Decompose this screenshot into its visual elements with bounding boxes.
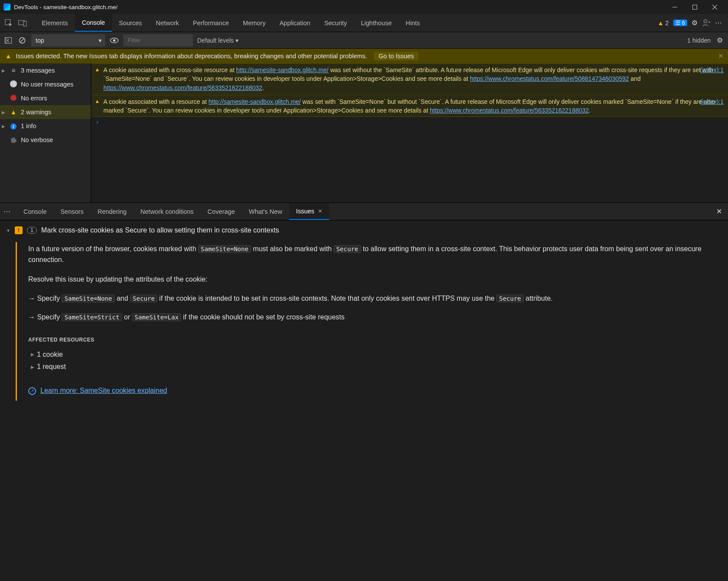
window-maximize-button[interactable]: [685, 0, 705, 14]
tab-sources[interactable]: Sources: [112, 14, 149, 32]
log-levels-select[interactable]: Default levels▾: [197, 37, 238, 44]
tab-lighthouse[interactable]: Lighthouse: [354, 14, 399, 32]
bug-icon: [10, 136, 17, 143]
sidebar-warnings[interactable]: ▶▲2 warnings: [0, 105, 91, 119]
tab-security[interactable]: Security: [317, 14, 354, 32]
tab-network[interactable]: Network: [149, 14, 186, 32]
console-messages: ▲ (index):1 A cookie associated with a c…: [91, 63, 728, 203]
drawer-close-icon[interactable]: ✕: [716, 207, 725, 216]
tab-elements[interactable]: Elements: [35, 14, 75, 32]
clear-console-button[interactable]: [17, 36, 27, 45]
issues-banner-text: Issues detected. The new Issues tab disp…: [16, 53, 367, 60]
warning-icon: ▲: [10, 109, 17, 116]
drawer-tab-rendering[interactable]: Rendering: [90, 203, 133, 220]
message-source-link[interactable]: (index):1: [700, 97, 724, 106]
settings-gear-icon[interactable]: ⚙: [692, 19, 698, 27]
inspect-element-button[interactable]: [3, 17, 15, 29]
close-icon[interactable]: ✕: [718, 53, 724, 60]
profile-icon[interactable]: [702, 19, 711, 27]
live-expression-button[interactable]: [109, 36, 119, 45]
context-select-value: top: [36, 37, 44, 44]
warning-icon: ▲: [5, 53, 11, 60]
filter-input[interactable]: [123, 34, 193, 46]
svg-point-5: [704, 20, 707, 23]
list-icon: [10, 67, 17, 74]
error-icon: [10, 95, 17, 102]
console-prompt[interactable]: ›: [91, 117, 728, 127]
close-tab-icon[interactable]: ✕: [318, 208, 322, 214]
console-warning-row[interactable]: ▲ (index):1 A cookie associated with a r…: [91, 95, 728, 117]
tab-performance[interactable]: Performance: [186, 14, 236, 32]
issues-banner: ▲ Issues detected. The new Issues tab di…: [0, 49, 728, 63]
infos-badge[interactable]: ☰ 6: [673, 20, 687, 26]
titlebar: DevTools - samesite-sandbox.glitch.me/: [0, 0, 728, 14]
tab-application[interactable]: Application: [272, 14, 317, 32]
message-source-link[interactable]: (index):1: [700, 66, 724, 74]
main-tabs-bar: ElementsConsoleSourcesNetworkPerformance…: [0, 14, 728, 32]
chevron-right-icon: ▶: [31, 351, 34, 358]
go-to-issues-button[interactable]: Go to Issues: [374, 52, 418, 60]
sidebar-errors[interactable]: No errors: [0, 91, 91, 105]
learn-more-link[interactable]: Learn more: SameSite cookies explained: [40, 385, 167, 396]
issue-header[interactable]: ▼ ! 1 Mark cross-site cookies as Secure …: [6, 226, 722, 234]
chevron-right-icon: ▶: [31, 364, 34, 371]
affected-request-row[interactable]: ▶1 request: [31, 362, 716, 372]
warning-icon: ▲: [95, 66, 100, 73]
drawer-tab-console[interactable]: Console: [17, 203, 53, 220]
warnings-badge[interactable]: ▲ 2: [658, 20, 669, 27]
console-warning-row[interactable]: ▲ (index):1 A cookie associated with a c…: [91, 63, 728, 94]
tab-console[interactable]: Console: [75, 14, 112, 32]
console-settings-icon[interactable]: ⚙: [715, 36, 725, 45]
toggle-sidebar-button[interactable]: [3, 36, 13, 45]
hidden-count[interactable]: 1 hidden: [687, 37, 711, 44]
issue-title: Mark cross-site cookies as Secure to all…: [41, 226, 279, 234]
link[interactable]: http://samesite-sandbox.glitch.me/: [208, 98, 301, 105]
tab-hints[interactable]: Hints: [399, 14, 427, 32]
link[interactable]: https://www.chromestatus.com/feature/508…: [470, 75, 629, 82]
svg-rect-0: [672, 7, 677, 7]
window-close-button[interactable]: [705, 0, 725, 14]
sidebar-verbose[interactable]: No verbose: [0, 133, 91, 147]
svg-rect-4: [23, 21, 26, 26]
drawer-tab-coverage[interactable]: Coverage: [201, 203, 242, 220]
context-select[interactable]: top: [31, 34, 105, 46]
link[interactable]: https://www.chromestatus.com/feature/563…: [103, 84, 262, 91]
drawer-tab-what-s-new[interactable]: What's New: [242, 203, 289, 220]
drawer-tab-sensors[interactable]: Sensors: [53, 203, 90, 220]
chevron-down-icon: ▼: [6, 228, 10, 233]
affected-resources-header: AFFECTED RESOURCES: [28, 336, 716, 344]
sidebar-messages[interactable]: ▶3 messages: [0, 63, 91, 77]
sidebar-info[interactable]: ▶i1 info: [0, 119, 91, 133]
svg-rect-1: [692, 5, 697, 9]
external-link-icon: ↗: [28, 387, 36, 395]
user-icon: [10, 80, 17, 89]
issue-count-badge: 1: [27, 227, 37, 234]
console-sidebar: ▶3 messages No user messages No errors ▶…: [0, 63, 91, 203]
issues-panel: ▼ ! 1 Mark cross-site cookies as Secure …: [0, 220, 728, 581]
device-emulation-button[interactable]: [17, 17, 29, 29]
svg-rect-7: [5, 37, 7, 43]
link[interactable]: http://samesite-sandbox.glitch.me/: [236, 66, 328, 73]
drawer-tab-issues[interactable]: Issues✕: [289, 203, 329, 220]
drawer-tabs-bar: ⋯ ConsoleSensorsRenderingNetwork conditi…: [0, 203, 728, 220]
drawer-tab-network-conditions[interactable]: Network conditions: [133, 203, 201, 220]
window-minimize-button[interactable]: [665, 0, 685, 14]
app-logo: [3, 3, 10, 10]
console-toolbar: top Default levels▾ 1 hidden ⚙: [0, 32, 728, 49]
sidebar-user-messages[interactable]: No user messages: [0, 77, 91, 91]
affected-cookie-row[interactable]: ▶1 cookie: [31, 349, 716, 360]
issue-body: In a future version of the browser, cook…: [16, 242, 722, 401]
info-icon: i: [10, 123, 17, 130]
tab-memory[interactable]: Memory: [236, 14, 272, 32]
svg-point-10: [113, 39, 116, 42]
more-menu-icon[interactable]: ⋯: [715, 19, 722, 27]
issue-severity-icon: !: [15, 226, 23, 234]
drawer-more-icon[interactable]: ⋯: [3, 207, 10, 216]
window-title: DevTools - samesite-sandbox.glitch.me/: [14, 4, 665, 10]
link[interactable]: https://www.chromestatus.com/feature/563…: [430, 107, 589, 114]
warning-icon: ▲: [95, 98, 100, 105]
